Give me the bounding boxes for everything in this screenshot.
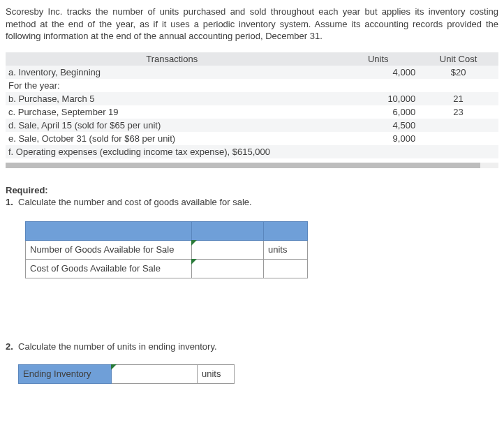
q2-ending-inventory-input[interactable] <box>112 364 198 383</box>
problem-intro: Scoresby Inc. tracks the number of units… <box>6 6 498 43</box>
q1-number: 1. <box>6 197 13 207</box>
table-cell <box>418 145 498 158</box>
table-cell: $20 <box>418 66 498 79</box>
scrollbar-thumb[interactable] <box>6 163 480 168</box>
table-cell: 10,000 <box>338 92 418 105</box>
q1-answer-table: Number of Goods Available for Sale units… <box>25 221 308 278</box>
q2-number: 2. <box>6 341 13 352</box>
table-cell: 4,000 <box>338 66 418 79</box>
table-cell <box>338 79 418 92</box>
blank-header <box>264 221 308 240</box>
table-cell: 6,000 <box>338 105 418 119</box>
q1-row1-unit: units <box>264 240 308 259</box>
table-cell: 9,000 <box>338 132 418 145</box>
table-row: f. Operating expenses (excluding income … <box>6 145 338 158</box>
transactions-table: Transactions Units Unit Cost a. Inventor… <box>6 52 498 158</box>
table-cell <box>418 132 498 145</box>
table-cell <box>338 145 418 158</box>
input-flag-icon <box>191 240 197 246</box>
table-cell: 23 <box>418 105 498 119</box>
q2-answer-table: Ending Inventory units <box>18 364 235 384</box>
table-cell <box>418 79 498 92</box>
q2-row-label: Ending Inventory <box>19 364 112 383</box>
blank-header <box>192 221 264 240</box>
table-row: a. Inventory, Beginning <box>6 66 338 79</box>
q2-text: Calculate the number of units in ending … <box>18 341 216 352</box>
q1-text: Calculate the number and cost of goods a… <box>18 197 252 207</box>
table-cell: 4,500 <box>338 119 418 132</box>
table-row: d. Sale, April 15 (sold for $65 per unit… <box>6 119 338 132</box>
header-units: Units <box>338 52 418 66</box>
q1-row2-unit <box>264 259 308 278</box>
q1-goods-cost-input[interactable] <box>192 259 264 278</box>
input-flag-icon <box>111 364 117 370</box>
q1-goods-number-input[interactable] <box>192 240 264 259</box>
header-transactions: Transactions <box>6 52 338 66</box>
horizontal-scrollbar[interactable] <box>6 163 498 168</box>
q1-row1-label: Number of Goods Available for Sale <box>26 240 192 259</box>
blank-header <box>26 221 192 240</box>
table-row: e. Sale, October 31 (sold for $68 per un… <box>6 132 338 145</box>
header-unit-cost: Unit Cost <box>418 52 498 66</box>
table-cell: 21 <box>418 92 498 105</box>
required-heading: Required: <box>6 185 498 195</box>
q2-row-unit: units <box>198 364 235 383</box>
q1-row2-label: Cost of Goods Available for Sale <box>26 259 192 278</box>
table-row: c. Purchase, September 19 <box>6 105 338 119</box>
table-cell <box>418 119 498 132</box>
input-flag-icon <box>191 259 197 265</box>
table-row: For the year: <box>6 79 338 92</box>
table-row: b. Purchase, March 5 <box>6 92 338 105</box>
